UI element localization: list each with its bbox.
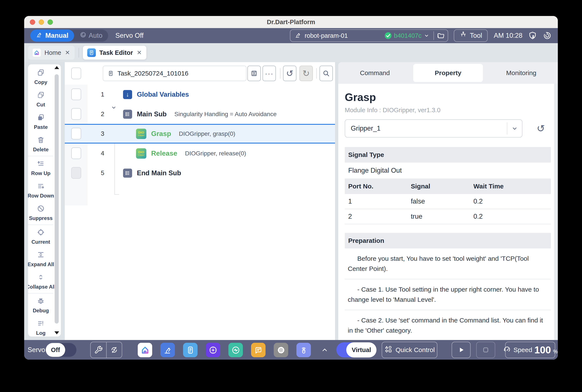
sidebar-item-delete[interactable]: Delete [28, 133, 54, 156]
row-label: End Main Sub [137, 169, 181, 177]
save-task-button[interactable] [248, 66, 261, 81]
servo-toggle-knob[interactable]: Off [46, 343, 65, 357]
main-content: Copy Cut Paste Delete Row Up [24, 62, 558, 340]
select-all-checkbox[interactable] [71, 68, 81, 79]
zoom-window-button[interactable] [48, 20, 53, 25]
tab-task-editor[interactable]: Task Editor ✕ [83, 46, 146, 60]
clock-text: AM 10:28 [494, 32, 522, 40]
sidebar-item-copy[interactable]: Copy [28, 66, 54, 88]
task-row-grasp[interactable]: 3 DIO Gripper Grasp DIOGripper, grasp(0) [65, 124, 335, 144]
virtual-real-toggle[interactable]: Virtual [336, 340, 376, 360]
manual-mode-button[interactable]: Manual [30, 30, 74, 42]
stop-button[interactable] [476, 342, 495, 358]
col-port-no: Port No. [345, 182, 407, 190]
redo-button[interactable]: ↻ [300, 66, 313, 81]
preparation-paragraph: Before you start, You have to set 'tool … [345, 248, 551, 279]
speed-wrap: Speed 100 % [505, 340, 555, 360]
app-window: Dr.Dart-Platform Manual Auto Servo Off [24, 16, 558, 360]
sidebar-item-current[interactable]: Current [28, 225, 54, 248]
scroll-down-arrow-icon[interactable] [54, 331, 59, 334]
close-icon[interactable]: ✕ [136, 49, 142, 56]
divider [78, 48, 79, 58]
monitoring-app-icon[interactable] [228, 343, 243, 357]
auto-mode-button[interactable]: Auto [74, 31, 108, 40]
gripper-select[interactable]: Gripper_1 [345, 119, 522, 138]
sidebar-scrollbar[interactable] [54, 64, 60, 336]
remote-control-app-icon[interactable] [296, 343, 311, 357]
tree-guide-line [114, 194, 119, 195]
sidebar-item-row-down[interactable]: Row Down [28, 179, 54, 202]
signal-table-row[interactable]: 2 true 0.2 [345, 209, 551, 224]
task-row-global-variables[interactable]: 1 ↓ Global Variables [65, 84, 335, 104]
close-icon[interactable]: ✕ [64, 49, 70, 56]
sidebar-item-cut[interactable]: Cut [28, 88, 54, 110]
play-icon [457, 346, 465, 354]
tab-command[interactable]: Command [340, 64, 410, 82]
speed-button[interactable]: Speed 100 % [505, 342, 555, 358]
home-app-icon[interactable] [138, 343, 152, 357]
shapes-icon [384, 345, 392, 355]
sidebar-item-paste[interactable]: Paste [28, 110, 54, 133]
task-name-input[interactable]: Task_20250724_101016 [103, 66, 246, 81]
servo-status-text: Servo Off [116, 32, 144, 40]
undo-icon: ↺ [286, 69, 293, 78]
user-safety-icon[interactable] [528, 31, 537, 40]
signal-table-row[interactable]: 1 false 0.2 [345, 194, 551, 209]
tab-property[interactable]: Property [413, 64, 483, 82]
task-row-end-main-sub[interactable]: 5 End Main Sub [65, 163, 335, 183]
undo-button[interactable]: ↺ [283, 66, 296, 81]
sidebar-item-collapse-all[interactable]: Collapse All [28, 270, 54, 293]
speed-value: 100 [534, 344, 551, 356]
play-button[interactable] [452, 342, 470, 358]
sidebar-item-suppress[interactable]: Suppress [28, 202, 54, 224]
more-options-button[interactable]: ··· [262, 66, 276, 81]
row-description: Singularity Handling = Auto Avoidance [174, 111, 276, 118]
command-title: Grasp [345, 91, 558, 104]
open-task-folder-button[interactable] [434, 30, 448, 42]
debug-bug-icon [37, 297, 45, 306]
sidebar-item-row-up[interactable]: Row Up [28, 157, 54, 179]
robot-app-icon[interactable] [160, 343, 175, 357]
reset-icon[interactable]: ↻ [537, 124, 545, 134]
task-editor-panel: Task_20250724_101016 ··· ↺ ↻ [65, 62, 335, 340]
recovery-icon[interactable] [543, 31, 552, 40]
wrench-icon[interactable] [91, 342, 106, 358]
sidebar-item-expand-all[interactable]: Expand All [28, 248, 54, 270]
trash-icon [37, 136, 45, 145]
servo-toggle[interactable]: Off [46, 340, 76, 360]
copy-icon [37, 68, 45, 78]
sub-list-icon [123, 110, 132, 119]
reset-position-icon[interactable] [106, 342, 122, 358]
chevron-down-icon[interactable] [507, 122, 522, 134]
robot-param-selector[interactable]: robot-param-01 b401407c [290, 29, 448, 42]
jog-app-icon[interactable] [206, 343, 220, 357]
version-code: b401407c [394, 32, 422, 39]
task-row-list: 1 ↓ Global Variables 2 [65, 84, 335, 183]
divider [280, 68, 280, 78]
task-editor-header: Task_20250724_101016 ··· ↺ ↻ [65, 62, 335, 84]
task-editor-app-icon[interactable] [183, 343, 198, 357]
log-icon [37, 319, 45, 328]
sidebar-item-log[interactable]: Log [28, 316, 54, 336]
scrollbar-thumb[interactable] [54, 74, 59, 324]
macos-titlebar: Dr.Dart-Platform [24, 16, 558, 28]
home-app-icon [32, 48, 41, 57]
divider [316, 68, 317, 78]
tab-home[interactable]: Home ✕ [28, 46, 75, 60]
search-button[interactable] [320, 66, 333, 81]
sidebar-item-debug[interactable]: Debug [28, 294, 54, 316]
dock-expand-chevron-icon[interactable] [320, 340, 329, 360]
tool-settings-button[interactable]: Tool [454, 29, 488, 42]
task-row-main-sub[interactable]: 2 Main Sub Singularity Handling = Auto A… [65, 104, 335, 124]
minimize-window-button[interactable] [39, 20, 44, 25]
task-row-release[interactable]: 4 DIO Gripper Release DIOGripper, releas… [65, 144, 335, 163]
window-controls [30, 16, 53, 28]
tab-monitoring[interactable]: Monitoring [486, 64, 556, 82]
close-window-button[interactable] [30, 20, 35, 25]
message-log-app-icon[interactable] [251, 343, 266, 357]
virtual-toggle-knob[interactable]: Virtual [346, 342, 376, 358]
scroll-up-arrow-icon[interactable] [54, 66, 59, 69]
quick-control-button[interactable]: Quick Control [382, 342, 437, 358]
settings-app-icon[interactable] [274, 343, 288, 357]
row-down-icon [37, 182, 45, 191]
